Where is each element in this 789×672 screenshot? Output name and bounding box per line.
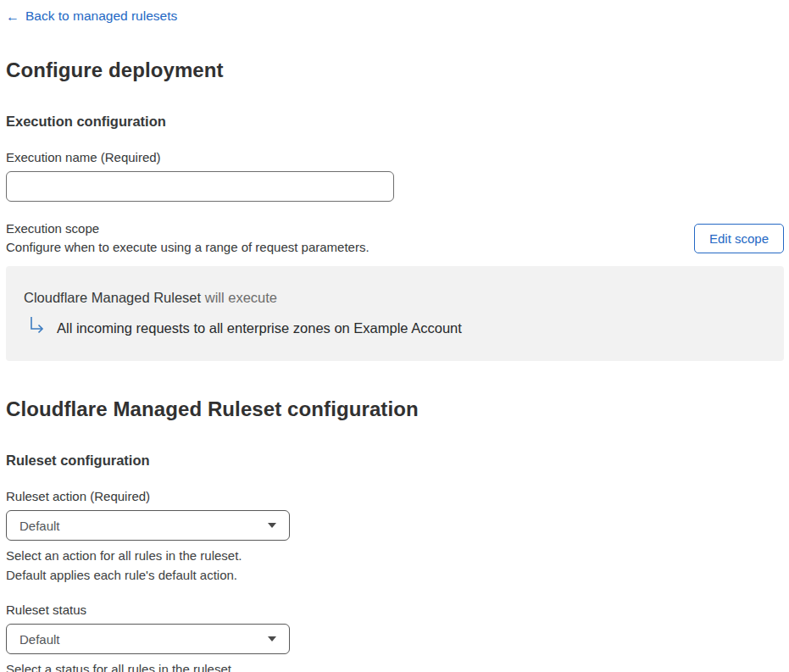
execution-name-input[interactable] <box>6 171 394 202</box>
ruleset-action-select[interactable]: Default <box>6 510 290 541</box>
ruleset-action-help-line2: Default applies each rule's default acti… <box>6 565 784 585</box>
ruleset-status-help: Select a status for all rules in the rul… <box>6 659 784 672</box>
page-title: Configure deployment <box>6 58 784 82</box>
execution-configuration-heading: Execution configuration <box>6 114 784 130</box>
scope-summary-value: All incoming requests to all enterprise … <box>57 316 462 337</box>
back-arrow-icon: ← <box>6 10 19 24</box>
execution-scope-summary-panel: Cloudflare Managed Ruleset will execute … <box>6 266 784 361</box>
ruleset-status-label: Ruleset status <box>6 602 784 619</box>
execution-scope-label: Execution scope <box>6 220 369 237</box>
scope-summary-value-row: All incoming requests to all enterprise … <box>24 316 767 340</box>
scope-summary-ruleset-name: Cloudflare Managed Ruleset <box>24 290 201 305</box>
back-link-label: Back to managed rulesets <box>25 8 177 24</box>
ruleset-configuration-subheading: Ruleset configuration <box>6 453 784 469</box>
ruleset-action-label: Ruleset action (Required) <box>6 488 784 505</box>
scope-summary-line: Cloudflare Managed Ruleset will execute <box>24 289 767 307</box>
ruleset-status-selected-value: Default <box>19 632 60 647</box>
corner-down-right-arrow-icon <box>28 316 47 340</box>
execution-scope-text: Execution scope Configure when to execut… <box>6 220 369 256</box>
scope-summary-will-execute: will execute <box>205 290 277 305</box>
back-to-managed-rulesets-link[interactable]: ← Back to managed rulesets <box>6 8 177 24</box>
ruleset-action-help-line1: Select an action for all rules in the ru… <box>6 546 784 565</box>
caret-down-icon <box>268 636 276 641</box>
caret-down-icon <box>268 523 276 528</box>
execution-name-label: Execution name (Required) <box>6 149 784 166</box>
configure-deployment-page: ← Back to managed rulesets Configure dep… <box>0 0 789 672</box>
ruleset-action-selected-value: Default <box>19 519 60 533</box>
ruleset-action-help: Select an action for all rules in the ru… <box>6 546 784 585</box>
edit-scope-button[interactable]: Edit scope <box>694 224 784 253</box>
execution-scope-description: Configure when to execute using a range … <box>6 238 369 256</box>
execution-scope-row: Execution scope Configure when to execut… <box>6 220 784 256</box>
ruleset-configuration-title: Cloudflare Managed Ruleset configuration <box>6 397 784 421</box>
ruleset-status-select[interactable]: Default <box>6 624 290 654</box>
